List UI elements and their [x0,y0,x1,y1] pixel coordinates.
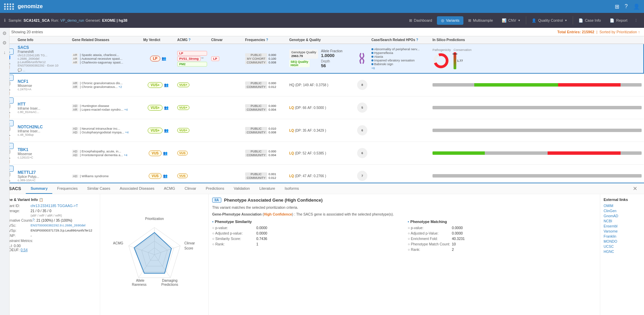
nav-dashboard[interactable]: ⊞ Dashboard [405,16,436,25]
tab-predictions[interactable]: Predictions [201,184,229,194]
col-genotype[interactable]: Genotype & Quality [287,36,355,44]
table-row[interactable]: IIA 🔍 📋 HTT Inframe Inser... c.80_81insA… [0,96,644,119]
variant-id-value: chr13:23341185 TGGAAG->T [31,204,78,208]
match-val-2: 0.0000 [452,231,463,235]
freq-community-val: 0.008 [269,61,276,64]
acmg-edit-icon[interactable]: ✏ [201,56,204,61]
verdict-cell[interactable]: VUS+ 👥 [141,119,175,142]
ext-link-ensembl[interactable]: Ensembl [604,224,641,228]
freq-public-label: PUBLIC [245,172,267,176]
verdict-cell[interactable]: LP 👥 [141,44,175,73]
col-clinvar[interactable]: Clinvar [209,36,243,44]
seq-quality-badge: SEQ QualityHIGH [289,60,310,67]
match-label-2: ○ Adjusted p-Value: [408,231,452,235]
ext-link-hgnc[interactable]: HGNC [604,249,641,254]
help-icon[interactable]: ? [625,3,628,10]
tab-isoforms[interactable]: Isoforms [280,184,303,194]
nav-more[interactable]: ⋮ [632,17,640,24]
table-scroll[interactable]: Gene Info Gene Related Diseases My Verdi… [0,36,644,182]
conservation-value: 1.77 [457,59,463,62]
tab-frequencies[interactable]: Frequencies [52,184,82,194]
similarity-title-text: Phenotype Similarity [215,220,252,224]
grid-icon[interactable]: ⊞ [615,3,619,10]
run-id-link[interactable]: VP_demo_run [60,18,84,22]
ext-link-varsome[interactable]: Varsome [604,229,641,233]
verdict-share-icon[interactable]: 👥 [163,174,168,178]
left-download-icon[interactable]: ↓ [3,50,6,55]
verdict-share-icon[interactable]: 👥 [164,83,169,87]
ext-link-omim[interactable]: OMIM [604,204,641,208]
col-insilico[interactable]: In Silico Predictions [430,36,644,44]
ext-link-ucsc[interactable]: UCSC [604,244,641,248]
clinvar-cell [209,165,243,183]
tab-literature[interactable]: Literature [255,184,280,194]
ext-link-clingen[interactable]: ClinGen [604,209,641,213]
freq-cell: PUBLIC0.001 COMMUNITY0.012 [243,165,287,183]
nav-variants[interactable]: ◎ Variants [437,16,464,25]
tab-validation[interactable]: Validation [229,184,255,194]
col-acmg[interactable]: ACMG ? [175,36,209,44]
ext-link-gnomad[interactable]: GnomAD [604,214,641,218]
table-row[interactable]: IIA 🔍 📋 NOTCH2NLC Inframe Inser... c.48_… [0,119,644,142]
verdict-cell[interactable]: VUS+ 👥 [141,73,175,96]
insilico-cell: Pathogenicity Conserva [430,44,644,73]
ext-link-mondo[interactable]: MONDO [604,239,641,243]
sim-row-2: ○ Adjusted p-value: 0.0000 [212,231,401,235]
table-row[interactable]: IIA 🔍 📋 TBK1 Missense c.1261G>C [0,142,644,165]
verdict-share-icon[interactable]: 👥 [163,151,168,155]
col-verdict[interactable]: My Verdict [141,36,175,44]
ext-link-ncbi[interactable]: NCBI [604,219,641,223]
col-frequencies[interactable]: Frequencies ? [243,36,287,44]
hpo-item-4: Impaired vibratory sensation [371,58,428,62]
user-icon[interactable]: 👤 [633,3,640,10]
insilico-cell [430,96,644,119]
conservation-marker [453,54,457,54]
sim-val-2: 0.0000 [256,231,267,235]
nav-cnv[interactable]: 📊 CNV ▼ [498,16,525,25]
tab-clinvar[interactable]: Clinvar [180,184,201,194]
left-settings-icon[interactable]: ⚙ [2,40,7,45]
table-row[interactable]: IIA 🔍 📋 SACS Frameshift chr13:23341185 T… [0,44,644,73]
verdict-share-icon[interactable]: 👥 [164,128,169,133]
disease-item-more: AD | Frontotemporal dementia a... +4 [72,153,139,157]
toolbar-sample-info: Sample: SCA1421_SCA Run: VP_demo_run Gen… [8,18,127,22]
qc-icon: 👤 [532,18,536,23]
alt-counts-value: : 21 (100%) / 35 (100%) [34,218,72,222]
gq-lq: LQ [289,106,294,110]
table-row[interactable]: IIA 🔍 📋 NCF1 Missense c.247G>A [0,73,644,96]
insilico-cell [430,165,644,183]
dashboard-icon: ⊞ [409,18,412,23]
nav-quality-control[interactable]: 👤 Quality Control ▼ [528,16,571,25]
variant-position: c.389-10A>C [18,179,68,182]
copy-icon[interactable]: 📋 [39,198,43,202]
verdict-cell[interactable]: VUS 👥 [141,165,175,183]
nav-separator-2 [573,16,573,24]
bottom-panel-close[interactable]: ✕ [630,184,640,193]
nav-report[interactable]: 📄 Report [606,16,631,25]
match-val-5: 2 [452,247,454,252]
loeuf-value[interactable]: 0.54 [21,248,27,252]
col-gene-info[interactable]: Gene Info [16,36,70,44]
comment-icon[interactable]: 💬 ... [18,68,68,72]
hpo-more[interactable]: +6 [371,67,375,70]
tab-acmg[interactable]: ACMG [159,184,180,194]
ext-link-franklin[interactable]: Franklin [604,234,641,238]
verdict-share-icon[interactable]: 👥 [162,56,166,61]
verdict-share-icon[interactable]: 👥 [164,106,169,110]
af-fraction: AF: 0.3758 ) [310,83,328,87]
gene-name: NOTCH2NLC [18,125,68,129]
table-row[interactable]: IIA 🔍 📋 METTL27 Splice Polyp... c.389-10… [0,165,644,183]
tab-summary[interactable]: Summary [26,184,52,194]
verdict-cell[interactable]: VUS 👥 [141,142,175,165]
tab-associated-diseases[interactable]: Associated Diseases [115,184,159,194]
left-filter-icon[interactable]: ⚙ [2,31,7,36]
genotype-cell: LQ (DP: 47 AF: 0.2766 ) [287,165,355,183]
dbsnp-value: - [31,234,32,238]
hpo-cell [369,119,430,142]
col-diseases[interactable]: Gene Related Diseases [70,36,141,44]
tab-similar-cases[interactable]: Similar Cases [82,184,115,194]
verdict-cell[interactable]: VUS+ 👥 [141,96,175,119]
nav-multisample[interactable]: ⊞ Multisample [464,16,497,25]
nav-case-info[interactable]: 📄 Case Info [574,16,605,25]
col-hpo[interactable]: Case/Search Related HPOs ? [369,36,430,44]
